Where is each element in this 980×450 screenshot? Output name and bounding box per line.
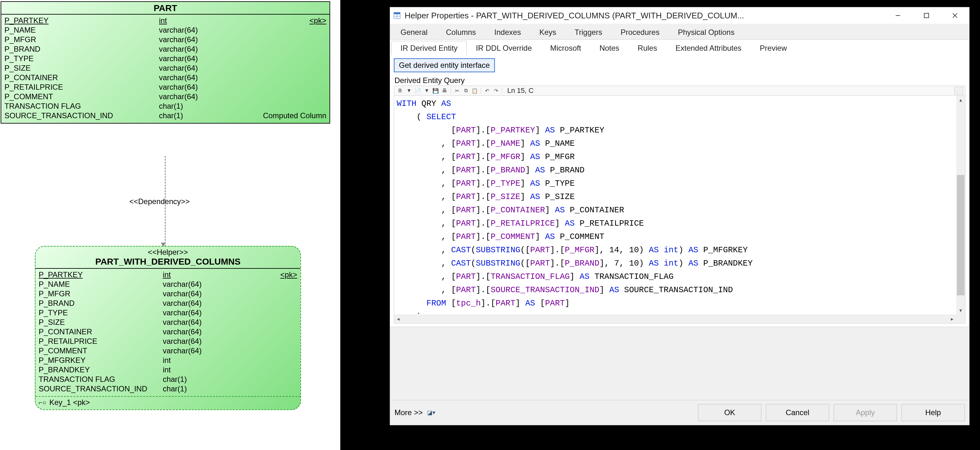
scroll-right-icon[interactable]: ▸: [948, 314, 956, 323]
tab-ir-derived-entity[interactable]: IR Derived Entity: [391, 41, 467, 55]
column-name: P_PARTKEY: [39, 270, 163, 280]
sql-editor[interactable]: WITH QRY AS ( SELECT [PART].[P_PARTKEY] …: [394, 96, 956, 314]
toolbar-undo-icon[interactable]: ↶: [483, 86, 491, 95]
toolbar-dropdown-icon[interactable]: ▼: [405, 86, 413, 95]
tab-physical-options[interactable]: Physical Options: [668, 25, 744, 39]
column-type: int: [163, 365, 240, 375]
tab-preview[interactable]: Preview: [751, 41, 796, 55]
entity-part[interactable]: PART P_PARTKEYint<pk>P_NAMEvarchar(64)P_…: [1, 1, 330, 124]
entity-helper[interactable]: <<Helper>> PART_WITH_DERIVED_COLUMNS P_P…: [35, 246, 301, 410]
column-type: varchar(64): [163, 289, 240, 299]
column-row[interactable]: P_TYPEvarchar(64): [39, 308, 297, 318]
column-row[interactable]: P_TYPEvarchar(64): [5, 54, 326, 64]
column-row[interactable]: P_NAMEvarchar(64): [39, 280, 297, 289]
toolbar-doc-icon[interactable]: 📄: [414, 86, 422, 95]
column-extra: [240, 289, 297, 299]
more-dropdown-icon[interactable]: ◪▾: [427, 409, 435, 416]
entity-helper-key-footer: ⌐○ Key_1 <pk>: [35, 396, 301, 409]
scroll-thumb[interactable]: [957, 175, 964, 295]
column-row[interactable]: P_MFGRvarchar(64): [39, 289, 297, 299]
column-row[interactable]: P_PARTKEYint<pk>: [39, 270, 297, 280]
column-type: int: [159, 16, 256, 25]
column-row[interactable]: P_BRANDKEYint: [39, 365, 297, 375]
column-row[interactable]: SOURCE_TRANSACTION_INDchar(1)Computed Co…: [5, 111, 326, 121]
entity-helper-title: PART_WITH_DERIVED_COLUMNS: [35, 257, 301, 269]
tab-microsoft[interactable]: Microsoft: [541, 41, 590, 55]
scroll-left-icon[interactable]: ◂: [394, 314, 402, 323]
column-row[interactable]: TRANSACTION FLAGchar(1): [5, 102, 326, 111]
column-type: int: [163, 270, 240, 280]
tab-keys[interactable]: Keys: [530, 25, 565, 39]
column-row[interactable]: P_BRANDvarchar(64): [39, 299, 297, 308]
window-buttons: [884, 7, 969, 24]
table-app-icon: [393, 11, 401, 20]
vertical-scrollbar[interactable]: ▴ ▾: [956, 96, 965, 314]
column-row[interactable]: P_MFGRKEYint: [39, 356, 297, 365]
column-name: P_NAME: [39, 280, 163, 289]
column-row[interactable]: P_RETAILPRICEvarchar(64): [39, 337, 297, 346]
column-row[interactable]: P_CONTAINERvarchar(64): [39, 327, 297, 337]
tab-general[interactable]: General: [391, 25, 437, 39]
column-name: P_PARTKEY: [5, 16, 159, 25]
toolbar-copy-icon[interactable]: ⧉: [461, 86, 470, 95]
toolbar-new-icon[interactable]: 🗎: [396, 86, 404, 95]
column-extra: [255, 64, 326, 73]
column-row[interactable]: P_CONTAINERvarchar(64): [5, 73, 326, 83]
tab-indexes[interactable]: Indexes: [485, 25, 530, 39]
toolbar-expand-button[interactable]: [955, 87, 963, 94]
toolbar-paste-icon[interactable]: 📋: [471, 86, 479, 95]
column-name: P_BRAND: [5, 45, 159, 54]
horizontal-scrollbar[interactable]: ◂ ▸: [394, 314, 956, 323]
column-type: varchar(64): [159, 92, 256, 102]
column-row[interactable]: P_PARTKEYint<pk>: [5, 16, 326, 25]
tab-ir-ddl-override[interactable]: IR DDL Override: [467, 41, 541, 55]
column-row[interactable]: P_COMMENTvarchar(64): [39, 346, 297, 356]
column-name: P_RETAILPRICE: [5, 83, 159, 92]
tab-notes[interactable]: Notes: [590, 41, 628, 55]
column-row[interactable]: P_COMMENTvarchar(64): [5, 92, 326, 102]
column-row[interactable]: P_SIZEvarchar(64): [5, 64, 326, 73]
ok-button[interactable]: OK: [698, 404, 761, 421]
tab-extended-attributes[interactable]: Extended Attributes: [666, 41, 751, 55]
column-row[interactable]: P_NAMEvarchar(64): [5, 25, 326, 35]
diagram-panel: PART P_PARTKEYint<pk>P_NAMEvarchar(64)P_…: [0, 0, 340, 450]
close-button[interactable]: [941, 7, 969, 24]
maximize-button[interactable]: [912, 7, 941, 24]
minimize-button[interactable]: [884, 7, 912, 24]
column-row[interactable]: P_RETAILPRICEvarchar(64): [5, 83, 326, 92]
column-type: varchar(64): [159, 73, 256, 83]
get-derived-entity-interface-button[interactable]: Get derived entity interface: [394, 58, 495, 72]
toolbar-redo-icon[interactable]: ↷: [492, 86, 500, 95]
scroll-down-icon[interactable]: ▾: [956, 306, 965, 314]
toolbar-print-icon[interactable]: 🖶: [441, 86, 449, 95]
column-name: SOURCE_TRANSACTION_IND: [39, 384, 163, 394]
more-button[interactable]: More >>: [395, 408, 423, 417]
section-label-derived-query: Derived Entity Query: [395, 76, 966, 85]
black-divider: [340, 0, 390, 450]
column-row[interactable]: SOURCE_TRANSACTION_INDchar(1): [39, 384, 297, 394]
toolbar-save-icon[interactable]: 💾: [431, 86, 440, 95]
apply-button[interactable]: Apply: [834, 404, 897, 421]
scroll-up-icon[interactable]: ▴: [956, 96, 965, 104]
tab-columns[interactable]: Columns: [437, 25, 485, 39]
toolbar-dropdown2-icon[interactable]: ▼: [423, 86, 431, 95]
tab-procedures[interactable]: Procedures: [611, 25, 669, 39]
entity-helper-stereotype: <<Helper>>: [35, 246, 301, 257]
column-row[interactable]: P_MFGRvarchar(64): [5, 35, 326, 45]
tabs-row-2: IR Derived EntityIR DDL OverrideMicrosof…: [390, 40, 969, 55]
tab-rules[interactable]: Rules: [628, 41, 666, 55]
column-extra: [255, 35, 326, 45]
column-name: P_NAME: [5, 25, 159, 35]
column-row[interactable]: P_SIZEvarchar(64): [39, 318, 297, 327]
titlebar[interactable]: Helper Properties - PART_WITH_DERIVED_CO…: [390, 7, 969, 24]
column-row[interactable]: TRANSACTION FLAGchar(1): [39, 375, 297, 384]
help-button[interactable]: Help: [901, 404, 965, 421]
column-name: P_MFGR: [39, 289, 163, 299]
column-row[interactable]: P_BRANDvarchar(64): [5, 45, 326, 54]
toolbar-cut-icon[interactable]: ✂: [453, 86, 461, 95]
entity-helper-columns: P_PARTKEYint<pk>P_NAMEvarchar(64)P_MFGRv…: [35, 269, 301, 396]
column-name: P_CONTAINER: [39, 327, 163, 337]
column-type: varchar(64): [159, 64, 256, 73]
tab-triggers[interactable]: Triggers: [566, 25, 611, 39]
cancel-button[interactable]: Cancel: [766, 404, 829, 421]
